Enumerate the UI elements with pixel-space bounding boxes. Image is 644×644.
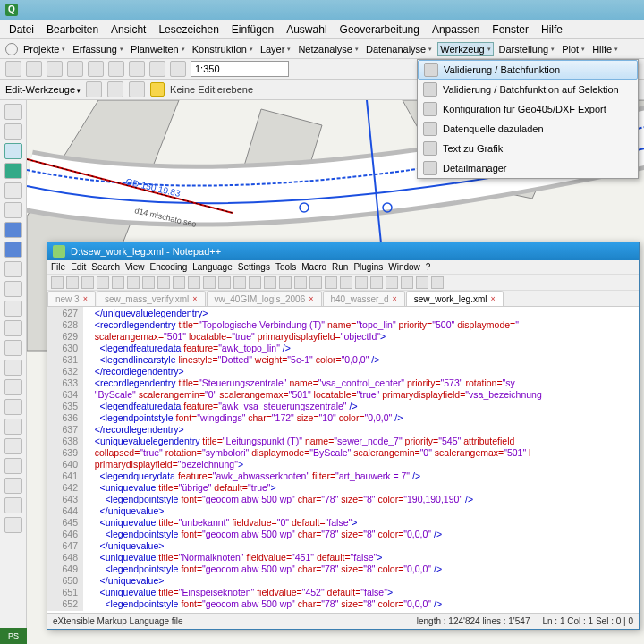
domain-darstellung[interactable]: Darstellung — [497, 43, 557, 55]
node-icon[interactable] — [4, 360, 22, 376]
menu-lesezeichen[interactable]: Lesezeichen — [158, 23, 218, 36]
find-icon[interactable] — [4, 399, 22, 415]
menu-item-icon — [423, 102, 437, 116]
menu-item[interactable]: Validierung / Batchfunktion auf Selektio… — [418, 80, 638, 99]
t2-icon[interactable] — [4, 478, 22, 494]
print-icon[interactable] — [67, 61, 83, 77]
editor-tab[interactable]: vw_40GIM_logis_2006× — [207, 291, 322, 306]
menu-hilfe[interactable]: Hilfe — [541, 23, 563, 36]
domain-konstruktion[interactable]: Konstruktion — [191, 43, 255, 55]
globe-icon[interactable] — [4, 163, 22, 179]
side-toolbar[interactable] — [0, 100, 27, 644]
pan-icon[interactable] — [4, 143, 22, 159]
domain-datenanalyse[interactable]: Datenanalyse — [364, 43, 434, 55]
menu-datei[interactable]: Datei — [9, 23, 34, 36]
notepad-status: eXtensible Markup Language file length :… — [47, 613, 639, 629]
domain-toolbar[interactable]: ProjekteErfassungPlanweltenKonstruktionL… — [0, 39, 644, 59]
tool-a-icon[interactable] — [4, 281, 22, 297]
back-icon[interactable] — [4, 222, 22, 238]
cut-icon[interactable] — [88, 61, 104, 77]
domain-layer[interactable]: Layer — [258, 43, 293, 55]
poly-icon[interactable] — [86, 81, 102, 97]
line-gutter: 627 628 629 630 631 632 633 634 635 636 … — [47, 307, 83, 611]
binoc-icon[interactable] — [4, 419, 22, 435]
redo-icon[interactable] — [170, 61, 186, 77]
scale-combo[interactable]: 1:350 — [191, 61, 289, 77]
domain-erfassung[interactable]: Erfassung — [71, 43, 125, 55]
notepad-titlebar[interactable]: D:\sew_work_leg.xml - Notepad++ — [47, 242, 639, 260]
menu-bearbeiten[interactable]: Bearbeiten — [47, 23, 98, 36]
open-icon[interactable] — [26, 61, 42, 77]
menu-item-icon — [424, 63, 438, 77]
copy-icon[interactable] — [108, 61, 124, 77]
menu-anpassen[interactable]: Anpassen — [432, 23, 479, 36]
status-lang: eXtensible Markup Language file — [53, 616, 183, 626]
menu-item[interactable]: Datenquelle dazuladen — [418, 119, 638, 139]
new-icon[interactable] — [5, 61, 21, 77]
domain-werkzeug[interactable]: Werkzeug — [437, 42, 493, 56]
no-edit-layer-label: Keine Editierebene — [170, 84, 253, 95]
domain-projekte[interactable]: Projekte — [21, 43, 67, 55]
domain-plot[interactable]: Plot — [560, 43, 587, 55]
edit-icon[interactable] — [107, 81, 123, 97]
t4-icon[interactable] — [4, 517, 22, 533]
arrow-icon[interactable] — [4, 320, 22, 336]
menu-geoverarbeitung[interactable]: Geoverarbeitung — [340, 23, 419, 36]
notepad-tabs[interactable]: new 3×sew_mass_verify.xml×vw_40GIM_logis… — [47, 291, 639, 307]
notepad-toolbar[interactable] — [47, 275, 639, 291]
t3-icon[interactable] — [4, 497, 22, 513]
domain-netzanalyse[interactable]: Netzanalyse — [296, 43, 360, 55]
info-icon[interactable] — [4, 379, 22, 395]
line-icon[interactable] — [129, 81, 145, 97]
notepad-menubar[interactable]: FileEditSearchViewEncodingLanguageSettin… — [47, 260, 639, 275]
menu-auswahl[interactable]: Auswahl — [286, 23, 326, 36]
editor-tab[interactable]: new 3× — [47, 291, 96, 306]
extent-out-icon[interactable] — [4, 202, 22, 218]
notepad-title: D:\sew_work_leg.xml - Notepad++ — [71, 246, 221, 257]
link-icon[interactable] — [4, 438, 22, 454]
menu-item[interactable]: Validierung / Batchfunktion — [418, 60, 638, 80]
menu-item-icon — [423, 122, 437, 136]
taskbar-ps-icon[interactable]: PS — [0, 628, 27, 644]
app-titlebar: Q — [0, 0, 644, 20]
domain-hilfe[interactable]: Hilfe — [590, 43, 620, 55]
tool-b-icon[interactable] — [4, 301, 22, 317]
status-pos: Ln : 1 Col : 1 Sel : 0 | 0 — [542, 616, 633, 626]
code-area[interactable]: 627 628 629 630 631 632 633 634 635 636 … — [47, 307, 639, 611]
zoom-in-icon[interactable] — [4, 104, 22, 120]
menu-item-icon — [423, 82, 437, 97]
editor-tab[interactable]: sew_mass_verify.xml× — [97, 291, 206, 306]
notepad-window[interactable]: D:\sew_work_leg.xml - Notepad++ FileEdit… — [47, 242, 640, 630]
notepad-icon — [53, 245, 65, 258]
menu-item[interactable]: Konfiguration für Geo405/DXF Export — [418, 99, 638, 119]
menu-item[interactable]: Text zu Grafik — [418, 139, 638, 158]
fwd-icon[interactable] — [4, 242, 22, 258]
zoom-out-icon[interactable] — [4, 123, 22, 140]
paste-icon[interactable] — [129, 61, 145, 77]
select-icon[interactable] — [4, 261, 22, 277]
undo-icon[interactable] — [149, 61, 165, 77]
menu-ansicht[interactable]: Ansicht — [111, 23, 146, 36]
menu-item-icon — [423, 141, 437, 156]
editor-tab[interactable]: sew_work_leg.xml× — [406, 291, 504, 306]
app-icon: Q — [5, 4, 18, 16]
menu-einfügen[interactable]: Einfügen — [232, 23, 274, 36]
werkzeug-menu[interactable]: Validierung / BatchfunktionValidierung /… — [417, 59, 639, 179]
t1-icon[interactable] — [4, 458, 22, 474]
save-icon[interactable] — [47, 61, 63, 77]
domain-planwelten[interactable]: Planwelten — [129, 43, 187, 55]
menu-fenster[interactable]: Fenster — [492, 23, 529, 36]
menu-item-icon — [423, 161, 437, 175]
edit-tools-label[interactable]: Edit-Werkzeuge — [5, 84, 80, 95]
menu-item[interactable]: Detailmanager — [418, 158, 638, 178]
editor-tab[interactable]: h40_wasser_d× — [323, 291, 405, 306]
extent-in-icon[interactable] — [4, 182, 22, 199]
warning-icon — [150, 82, 165, 97]
menubar[interactable]: DateiBearbeitenAnsichtLesezeichenEinfüge… — [0, 20, 644, 39]
code-source[interactable]: </uniquevaluelegendentry> <recordlegende… — [83, 307, 639, 611]
status-length: length : 124'824 lines : 1'547 — [417, 616, 530, 626]
pen-icon[interactable] — [4, 340, 22, 356]
